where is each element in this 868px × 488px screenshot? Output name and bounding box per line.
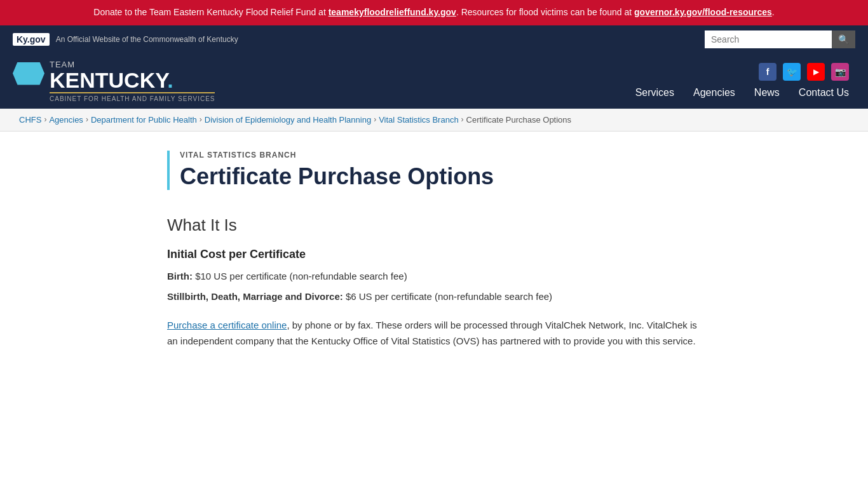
breadcrumb-sep-0: › bbox=[44, 115, 46, 124]
nav-services[interactable]: Services bbox=[635, 87, 674, 98]
cost-birth-value: $10 US per certificate (non-refundable s… bbox=[195, 271, 407, 281]
twitter-icon[interactable]: 🐦 bbox=[783, 63, 801, 81]
facebook-icon[interactable]: f bbox=[759, 63, 776, 81]
page-title: Certificate Purchase Options bbox=[180, 163, 701, 190]
cost-death-value: $6 US per certificate (non-refundable se… bbox=[346, 291, 552, 302]
cost-birth: Birth: $10 US per certificate (non-refun… bbox=[167, 269, 701, 284]
alert-banner: Donate to the Team Eastern Kentucky Floo… bbox=[0, 0, 868, 25]
breadcrumb-sep-3: › bbox=[374, 115, 376, 124]
logo-area: TEAM KENTUCKY. CABINET FOR HEALTH AND FA… bbox=[13, 60, 215, 102]
breadcrumb-chfs[interactable]: CHFS bbox=[19, 115, 41, 125]
breadcrumb-sep-1: › bbox=[86, 115, 88, 124]
purchase-certificate-link[interactable]: Purchase a certificate online bbox=[167, 320, 287, 330]
breadcrumb-division-epidemiology[interactable]: Division of Epidemiology and Health Plan… bbox=[205, 115, 371, 125]
site-header: TEAM KENTUCKY. CABINET FOR HEALTH AND FA… bbox=[0, 53, 868, 109]
purchase-paragraph: Purchase a certificate online, by phone … bbox=[167, 317, 701, 349]
breadcrumb-dept-public-health[interactable]: Department for Public Health bbox=[91, 115, 197, 125]
instagram-icon[interactable]: 📷 bbox=[831, 63, 849, 81]
alert-text-after: . bbox=[772, 7, 775, 17]
cost-death: Stillbirth, Death, Marriage and Divorce:… bbox=[167, 289, 701, 304]
section-label: VITAL STATISTICS BRANCH bbox=[180, 151, 701, 159]
main-content: VITAL STATISTICS BRANCH Certificate Purc… bbox=[148, 132, 720, 369]
breadcrumb-current: Certificate Purchase Options bbox=[466, 115, 571, 125]
what-it-is-heading: What It Is bbox=[167, 215, 701, 235]
breadcrumb-vital-statistics[interactable]: Vital Statistics Branch bbox=[379, 115, 458, 125]
alert-text-before: Donate to the Team Eastern Kentucky Floo… bbox=[93, 7, 328, 17]
search-button[interactable]: 🔍 bbox=[832, 30, 855, 48]
alert-link-flood-fund[interactable]: teamekyfloodrelieffund.ky.gov bbox=[329, 7, 456, 17]
kygov-official-text: An Official Website of the Commonwealth … bbox=[56, 35, 238, 44]
search-bar: 🔍 bbox=[705, 30, 855, 48]
header-right: f 🐦 ▶ 📷 Services Agencies News Contact U… bbox=[635, 63, 849, 98]
cost-heading: Initial Cost per Certificate bbox=[167, 248, 701, 261]
alert-text-between: . Resources for flood victims can be fou… bbox=[456, 7, 634, 17]
logo-subtitle: CABINET FOR HEALTH AND FAMILY SERVICES bbox=[50, 92, 215, 102]
search-input[interactable] bbox=[705, 30, 832, 48]
youtube-icon[interactable]: ▶ bbox=[807, 63, 825, 81]
main-nav: Services Agencies News Contact Us bbox=[635, 87, 849, 98]
kygov-logo[interactable]: Ky.gov bbox=[13, 33, 50, 46]
kygov-bar-left: Ky.gov An Official Website of the Common… bbox=[13, 33, 238, 46]
page-title-wrapper: VITAL STATISTICS BRANCH Certificate Purc… bbox=[167, 151, 701, 190]
breadcrumb: CHFS › Agencies › Department for Public … bbox=[0, 109, 868, 132]
nav-agencies[interactable]: Agencies bbox=[693, 87, 735, 98]
cost-birth-label: Birth: bbox=[167, 271, 193, 281]
social-icons: f 🐦 ▶ 📷 bbox=[759, 63, 849, 81]
kygov-bar: Ky.gov An Official Website of the Common… bbox=[0, 25, 868, 53]
breadcrumb-agencies[interactable]: Agencies bbox=[49, 115, 83, 125]
breadcrumb-sep-4: › bbox=[461, 115, 464, 124]
nav-contact[interactable]: Contact Us bbox=[799, 87, 849, 98]
cost-death-label: Stillbirth, Death, Marriage and Divorce: bbox=[167, 291, 343, 302]
alert-link-governor[interactable]: governor.ky.gov/flood-resources bbox=[634, 7, 772, 17]
breadcrumb-sep-2: › bbox=[200, 115, 202, 124]
nav-news[interactable]: News bbox=[754, 87, 780, 98]
logo-kentucky-text: KENTUCKY. bbox=[50, 69, 215, 91]
